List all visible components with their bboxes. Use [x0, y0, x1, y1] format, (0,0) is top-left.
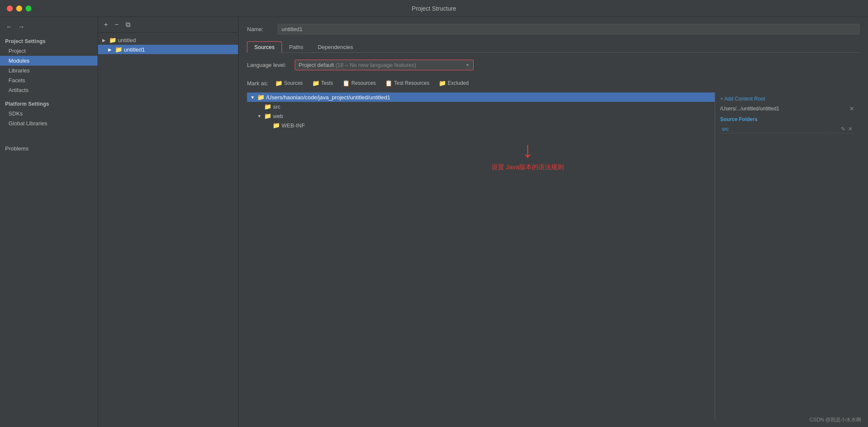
ftree-webinf[interactable]: 📁 WEB-INF [247, 121, 715, 130]
source-panel-path-row: /Users/.../untitled/untitled1 ✕ [720, 105, 854, 112]
mark-excluded-button[interactable]: 📁 Excluded [436, 79, 471, 87]
tree-label-untitled1: untitled1 [124, 46, 145, 53]
folder-icon-untitled: 📁 [109, 37, 116, 43]
module-toolbar: + − ⧉ [98, 17, 238, 33]
forward-button[interactable]: → [16, 22, 26, 32]
lang-default-text: Project default [299, 62, 334, 68]
ftree-webinf-label: WEB-INF [282, 122, 305, 129]
content-panel: Name: Sources Paths Dependencies Languag… [239, 17, 868, 427]
ftree-web-label: web [273, 113, 283, 119]
edit-source-folder-button[interactable]: ✎ [841, 126, 845, 132]
mark-test-resources-button[interactable]: 📋 Test Resources [382, 79, 432, 87]
red-arrow-down: ↓ [341, 138, 715, 161]
lang-desc-text: (18 – No new language features) [334, 62, 416, 68]
add-content-root-button[interactable]: + Add Content Root [720, 96, 765, 102]
folder-icon-src: 📁 [264, 103, 271, 110]
source-panel: + Add Content Root /Users/.../untitled/u… [715, 92, 859, 420]
source-folder-item-src: src ✎ ✕ [720, 125, 854, 133]
test-resources-icon: 📋 [385, 80, 392, 87]
sidebar-item-artifacts[interactable]: Artifacts [0, 85, 98, 95]
tests-icon: 📁 [312, 80, 319, 87]
source-path-text: /Users/.../untitled/untitled1 [720, 106, 779, 112]
remove-source-folder-button[interactable]: ✕ [848, 126, 853, 132]
language-level-dropdown[interactable]: Project default (18 – No new language fe… [295, 60, 474, 70]
sources-icon: 📁 [275, 80, 282, 87]
folder-icon-web: 📁 [264, 113, 271, 119]
lang-select-text: Project default (18 – No new language fe… [299, 62, 462, 68]
mark-tests-button[interactable]: 📁 Tests [310, 79, 336, 87]
window-title: Project Structure [412, 5, 456, 12]
folder-icon-webinf: 📁 [273, 122, 280, 129]
source-panel-header: + Add Content Root [720, 96, 854, 102]
title-bar: Project Structure [0, 0, 868, 17]
ftree-src-label: src [273, 104, 280, 110]
folder-icon-untitled1: 📁 [115, 46, 122, 53]
resources-icon: 📋 [342, 80, 350, 87]
ftree-root-arrow: ▼ [250, 95, 256, 100]
tab-dependencies[interactable]: Dependencies [310, 41, 360, 53]
mark-sources-label: Sources [284, 80, 303, 86]
file-tree-area: ▼ 📁 /Users/haoniao/code/java_project/unt… [247, 92, 859, 420]
watermark: CSDN @我是小水水啊 [809, 416, 861, 424]
tree-arrow-untitled1: ▶ [108, 47, 113, 52]
sidebar-item-modules[interactable]: Modules [0, 56, 98, 66]
project-settings-header: Project Settings [0, 36, 98, 46]
sidebar: ← → Project Settings Project Modules Lib… [0, 17, 98, 427]
tab-sources[interactable]: Sources [247, 41, 282, 53]
add-module-button[interactable]: + [102, 20, 109, 29]
ftree-web-arrow: ▼ [257, 114, 262, 118]
sidebar-item-global-libraries[interactable]: Global Libraries [0, 118, 98, 128]
name-input[interactable] [278, 24, 859, 35]
dropdown-arrow-icon: ▼ [466, 63, 470, 67]
tabs-row: Sources Paths Dependencies [247, 41, 859, 53]
mark-resources-button[interactable]: 📋 Resources [340, 79, 378, 87]
close-panel-button[interactable]: ✕ [849, 105, 854, 112]
tree-label-untitled: untitled [118, 37, 136, 43]
back-button[interactable]: ← [4, 22, 14, 32]
folder-icon-root: 📁 [257, 94, 264, 101]
mark-test-resources-label: Test Resources [394, 80, 429, 86]
source-folders-title: Source Folders [720, 116, 854, 122]
tree-item-untitled1[interactable]: ▶ 📁 untitled1 [98, 45, 238, 54]
module-panel: + − ⧉ ▶ 📁 untitled ▶ 📁 untitled1 [98, 17, 239, 427]
nav-arrows: ← → [0, 20, 98, 36]
ftree-web[interactable]: ▼ 📁 web [247, 111, 715, 121]
source-folder-actions: ✎ ✕ [841, 126, 853, 132]
name-label: Name: [247, 26, 273, 32]
name-row: Name: [247, 24, 859, 35]
language-level-row: Language level: Project default (18 – No… [247, 60, 859, 70]
excluded-icon: 📁 [439, 80, 446, 87]
annotation-text: 设置 Java版本的语法规则 [341, 163, 715, 171]
close-button[interactable] [7, 6, 13, 12]
window-controls [7, 6, 32, 12]
ftree-root-path: /Users/haoniao/code/java_project/untitle… [266, 94, 390, 101]
ftree-root[interactable]: ▼ 📁 /Users/haoniao/code/java_project/unt… [247, 92, 715, 102]
sidebar-item-sdks[interactable]: SDKs [0, 109, 98, 118]
copy-module-button[interactable]: ⧉ [124, 20, 132, 29]
minimize-button[interactable] [16, 6, 22, 12]
maximize-button[interactable] [26, 6, 32, 12]
sidebar-item-project[interactable]: Project [0, 46, 98, 56]
ftree-src[interactable]: 📁 src [247, 102, 715, 111]
module-tree: ▶ 📁 untitled ▶ 📁 untitled1 [98, 33, 238, 427]
lang-label: Language level: [247, 62, 290, 68]
main-layout: ← → Project Settings Project Modules Lib… [0, 17, 868, 427]
mark-as-row: Mark as: 📁 Sources 📁 Tests 📋 Resources 📋… [247, 79, 859, 87]
mark-tests-label: Tests [321, 80, 333, 86]
platform-settings-header: Platform Settings [0, 98, 98, 109]
tab-paths[interactable]: Paths [282, 41, 310, 53]
mark-excluded-label: Excluded [448, 80, 468, 86]
annotation-container: ↓ 设置 Java版本的语法规则 [341, 138, 715, 171]
file-tree: ▼ 📁 /Users/haoniao/code/java_project/unt… [247, 92, 715, 420]
mark-resources-label: Resources [351, 80, 376, 86]
source-folder-name-src: src [722, 126, 729, 132]
sidebar-item-facets[interactable]: Facets [0, 75, 98, 85]
remove-module-button[interactable]: − [113, 20, 120, 29]
mark-as-label: Mark as: [247, 80, 268, 87]
sidebar-item-problems[interactable]: Problems [0, 144, 98, 153]
section-divider [0, 95, 98, 98]
tree-arrow-untitled: ▶ [102, 38, 107, 43]
tree-item-untitled[interactable]: ▶ 📁 untitled [98, 35, 238, 45]
mark-sources-button[interactable]: 📁 Sources [273, 79, 305, 87]
sidebar-item-libraries[interactable]: Libraries [0, 66, 98, 75]
